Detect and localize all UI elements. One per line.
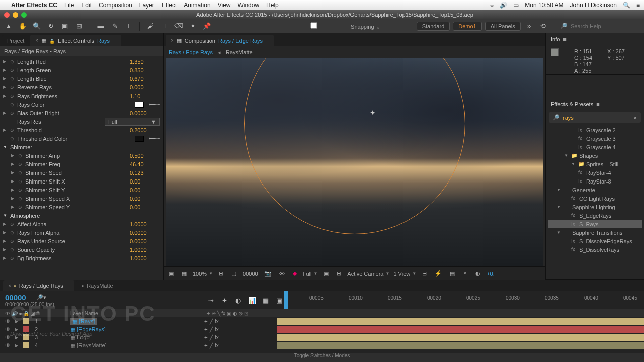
disclosure-icon[interactable]: ▶ [11,170,16,175]
panel-menu-icon[interactable]: ≡ [66,283,69,289]
param-value[interactable]: 0.2000 [130,127,160,133]
workspace-demo1[interactable]: Demo1 [453,22,481,31]
layer-name[interactable]: ▦ [EdgeRays] [70,326,106,332]
visibility-toggle[interactable]: 👁 [0,318,15,324]
exposure-value[interactable]: +0. [487,270,495,277]
workspace-standard[interactable]: Standard [417,22,450,31]
timeline-search-icon[interactable]: 🔎▾ [36,294,46,301]
label-color[interactable] [23,342,29,348]
tab-composition[interactable]: × ▦ Composition Rays / Edge Rays ≡ [166,35,274,46]
disclosure-icon[interactable]: ▶ [11,205,16,209]
param-dropdown[interactable]: Full▼ [105,118,160,126]
clock[interactable]: Mon 10:50 AM [525,2,564,9]
wifi-icon[interactable]: ⏚ [490,2,494,9]
workspace-all-panels[interactable]: All Panels [485,22,521,31]
spotlight-icon[interactable]: 🔍 [623,2,630,9]
rectangle-tool-icon[interactable]: ▬ [95,21,106,32]
label-color[interactable] [23,334,29,340]
draft3d-icon[interactable]: ▦ [261,295,270,306]
render-icon[interactable]: ▣ [274,295,284,306]
crumb-active[interactable]: Rays / Edge Rays [169,49,213,55]
tab-project[interactable]: Project [2,35,29,46]
param-value[interactable]: 0.00 [130,187,160,193]
disclosure-icon[interactable]: ▶ [11,196,16,201]
grid-icon[interactable]: ⊞ [335,269,343,278]
roto-tool-icon[interactable]: ✦ [187,21,198,32]
search-help-input[interactable] [571,23,641,29]
disclosure-icon[interactable]: ▶ [3,128,8,132]
param-value[interactable]: 1.10 [130,93,160,99]
fx-item[interactable]: ▼📁Sprites – Still [548,160,642,168]
fx-item[interactable]: fxS_EdgeRays [548,211,642,220]
crumb-back-icon[interactable]: ◂ [218,49,221,56]
effects-search-input[interactable] [563,115,631,121]
anchor-point-icon[interactable]: ✦ [370,109,377,116]
always-preview-icon[interactable]: ▣ [167,269,176,278]
disclosure-icon[interactable]: ▶ [11,162,16,166]
pen-tool-icon[interactable]: ✎ [109,21,120,32]
close-tab-icon[interactable]: × [171,38,174,43]
stopwatch-icon[interactable]: ⊙ [10,247,15,252]
flowchart-icon[interactable]: ⚬ [461,269,469,278]
stopwatch-icon[interactable]: ⊙ [18,188,23,193]
layer-switches[interactable]: ✦╱fx [199,335,277,340]
stopwatch-icon[interactable]: ⊙ [10,256,15,261]
rotate-tool-icon[interactable]: ↻ [45,21,56,32]
shy-icon[interactable]: ⤳ [206,295,216,306]
param-value[interactable]: 1.0000 [130,221,160,227]
stopwatch-icon[interactable]: ⊙ [10,76,15,81]
toggle-switches-modes[interactable]: Toggle Switches / Modes [0,353,644,362]
motion-blur-icon[interactable]: ◐ [233,295,243,306]
visibility-toggle[interactable]: 👁 [0,334,15,340]
stopwatch-icon[interactable]: ⊙ [10,136,15,141]
param-value[interactable]: 46.40 [130,161,160,167]
playhead[interactable] [284,291,288,309]
color-swatch[interactable] [135,102,144,108]
stopwatch-icon[interactable]: ⊙ [18,205,23,210]
tl-tab-raysmatte[interactable]: ▪ RaysMatte [76,280,118,291]
disclosure-icon[interactable]: ▶ [3,239,8,243]
safe-zones-icon[interactable]: ⊞ [217,269,225,278]
stopwatch-icon[interactable]: ⊙ [10,230,15,235]
menu-file[interactable]: File [64,2,74,9]
views-select[interactable]: 1 View▼ [393,270,416,277]
fx-item[interactable]: fxGrayscale 4 [548,143,642,151]
snapshot-icon[interactable]: 📷 [262,269,273,278]
stopwatch-icon[interactable]: ⊙ [10,94,15,99]
disclosure-icon[interactable]: ▶ [3,247,8,252]
menu-edit[interactable]: Edit [81,2,92,9]
panel-menu-icon[interactable]: ≡ [113,38,116,44]
lock-icon[interactable] [49,38,55,44]
eyedropper-icon[interactable]: ⟵⊸ [149,136,160,141]
fx-item[interactable]: fxGrayscale 3 [548,134,642,143]
param-value[interactable]: 0.850 [130,67,160,73]
volume-icon[interactable]: 🔊 [500,2,507,9]
label-color[interactable] [23,326,29,332]
roi-icon[interactable]: ▣ [321,269,331,278]
hand-tool-icon[interactable]: ✋ [17,21,28,32]
pixel-aspect-icon[interactable]: ⊟ [420,269,429,278]
traffic-lights[interactable] [4,12,27,18]
workspace-overflow-icon[interactable]: » [524,21,535,32]
camera-tool-icon[interactable]: ▣ [59,21,70,32]
clear-search-icon[interactable]: × [634,115,637,121]
panel-menu-icon[interactable]: ≡ [596,101,599,107]
current-timecode[interactable]: 00000 [5,293,26,302]
disclosure-icon[interactable]: ▶ [3,230,8,235]
composition-viewport[interactable]: ✦ [166,58,543,266]
menu-composition[interactable]: Composition [99,2,132,9]
menu-app[interactable]: After Effects CC [11,2,57,9]
fx-item[interactable]: ▼Sapphire Transitions [548,228,642,237]
fx-item[interactable]: ▼Generate [548,186,642,194]
disclosure-icon[interactable]: ▶ [11,188,16,192]
zoom-select[interactable]: 100%▼ [193,270,213,277]
mask-toggle-icon[interactable]: ▢ [229,269,238,278]
param-value[interactable]: 0.00 [130,178,160,185]
twirl-icon[interactable]: ▶ [15,319,21,324]
layer-switches[interactable]: ✦╱fx [199,319,277,324]
snapping-checkbox[interactable]: Snapping ⌄ [279,22,380,30]
disclosure-icon[interactable]: ▼ [3,213,8,218]
param-value[interactable]: 1.0000 [130,255,160,261]
disclosure-icon[interactable]: ▶ [3,59,8,64]
color-swatch[interactable] [135,136,144,142]
